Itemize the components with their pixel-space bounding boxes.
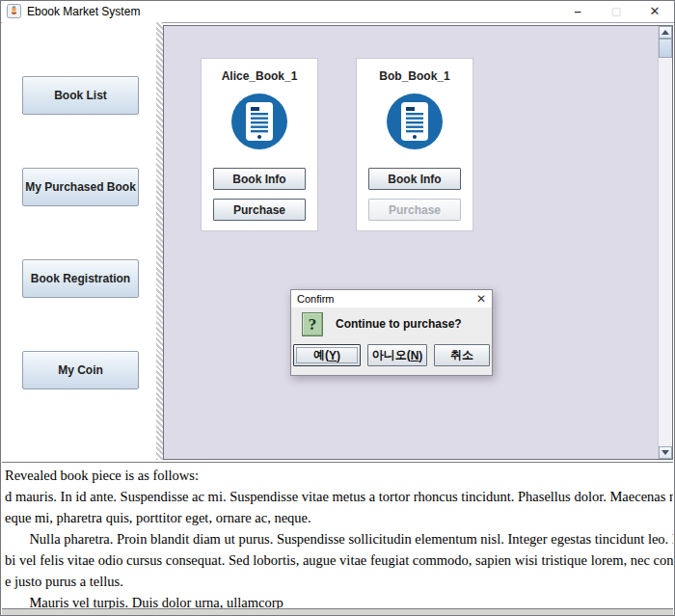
- book-piece-textarea[interactable]: Revealed book piece is as follows: d mau…: [2, 462, 673, 609]
- book-info-button[interactable]: Book Info: [368, 168, 461, 190]
- reader-line: d mauris. In id ante. Suspendisse ac mi.…: [5, 486, 673, 507]
- scroll-up-button[interactable]: [659, 26, 672, 39]
- dialog-close-icon[interactable]: ✕: [476, 290, 486, 308]
- dialog-button-row: 예(Y) 아니오(N) 취소: [291, 344, 492, 366]
- sidebar-button-my-purchased-book[interactable]: My Purchased Book: [22, 168, 139, 206]
- scroll-down-button[interactable]: [659, 446, 672, 459]
- sidebar-button-my-coin[interactable]: My Coin: [22, 351, 139, 389]
- yes-label: 예(: [313, 347, 329, 363]
- maximize-button[interactable]: ▢: [597, 1, 635, 21]
- close-button[interactable]: ✕: [635, 1, 674, 21]
- sidebar-button-book-registration[interactable]: Book Registration: [22, 259, 139, 298]
- window-title: Ebook Market System: [27, 5, 140, 18]
- dialog-title: Confirm: [297, 293, 335, 305]
- scroll-down-icon: [662, 450, 669, 455]
- question-icon: ?: [302, 312, 323, 336]
- book-market-panel: Alice_Book_1 Book Info Purchase Bob_Book…: [163, 25, 673, 460]
- book-card-bob: Bob_Book_1 Book Info Purchase: [357, 59, 472, 230]
- sidebar: Book List My Purchased Book Book Registr…: [2, 22, 156, 460]
- book-title: Bob_Book_1: [357, 69, 472, 83]
- purchase-button-disabled: Purchase: [368, 199, 461, 221]
- confirm-dialog: Confirm ✕ ? Continue to purchase? 예(Y) 아…: [290, 289, 493, 376]
- reader-line: Nulla pharetra. Proin blandit diam ut pu…: [5, 528, 673, 549]
- yes-button[interactable]: 예(Y): [293, 344, 361, 366]
- reader-line: bi vel felis vitae odio cursus consequat…: [5, 549, 673, 571]
- scrollbar-thumb[interactable]: [659, 39, 672, 58]
- dialog-message: Continue to purchase?: [336, 317, 462, 331]
- java-app-icon: [7, 4, 21, 18]
- cancel-label: 취소: [450, 347, 473, 363]
- ebook-icon: [387, 94, 443, 149]
- dialog-title-bar: Confirm ✕: [291, 290, 492, 308]
- bottom-scrollbar-track[interactable]: [2, 609, 673, 616]
- book-title: Alice_Book_1: [202, 69, 317, 83]
- main-vertical-scrollbar[interactable]: [658, 26, 672, 459]
- app-window: Ebook Market System – ▢ ✕ Book List My P…: [0, 0, 675, 616]
- minimize-button[interactable]: –: [558, 1, 597, 21]
- sidebar-divider: [156, 22, 163, 460]
- scroll-up-icon: [662, 30, 669, 35]
- cancel-button[interactable]: 취소: [434, 344, 490, 366]
- title-bar: Ebook Market System – ▢ ✕: [1, 1, 674, 23]
- book-card-alice: Alice_Book_1 Book Info Purchase: [202, 59, 317, 230]
- yes-mnemonic: Y: [329, 349, 337, 362]
- sidebar-button-book-list[interactable]: Book List: [22, 76, 139, 115]
- no-button[interactable]: 아니오(N): [367, 344, 427, 366]
- no-mnemonic: N: [411, 349, 419, 362]
- reader-line: Mauris vel turpis. Duis dolor urna, ulla…: [5, 592, 673, 609]
- reader-line: eque mi, pharetra quis, porttitor eget, …: [5, 507, 673, 528]
- yes-label-end: ): [337, 349, 340, 362]
- reader-line: e justo purus a tellus.: [5, 571, 673, 592]
- purchase-button[interactable]: Purchase: [213, 199, 306, 221]
- book-info-button[interactable]: Book Info: [213, 168, 306, 190]
- no-label-end: ): [418, 349, 422, 362]
- ebook-icon: [231, 94, 287, 149]
- no-label: 아니오(: [372, 347, 411, 363]
- reader-line: Revealed book piece is as follows:: [5, 465, 673, 486]
